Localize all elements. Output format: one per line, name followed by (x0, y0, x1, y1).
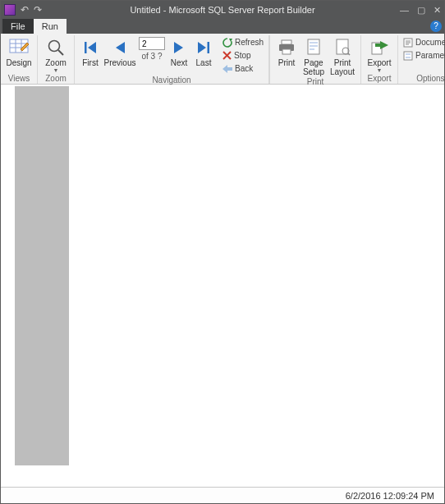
first-label: First (82, 58, 98, 67)
titlebar: ↶ ↷ Untitled - Microsoft SQL Server Repo… (1, 1, 444, 19)
export-icon (370, 37, 388, 58)
previous-icon (113, 37, 126, 58)
group-zoom: Zoom ▼ Zoom (38, 35, 75, 84)
ribbon: Design Views Zoom ▼ Zoom (1, 34, 444, 85)
svg-marker-11 (174, 42, 183, 53)
print-label: Print (278, 58, 296, 67)
document-label: Document (415, 38, 445, 47)
parameters-icon (403, 51, 413, 61)
window-title: Untitled - Microsoft SQL Server Report B… (1, 5, 444, 15)
group-export-label: Export (365, 73, 394, 84)
back-icon (222, 65, 232, 73)
svg-rect-22 (310, 42, 318, 44)
group-options-label: Options (401, 73, 445, 84)
svg-marker-17 (222, 65, 232, 73)
stop-button[interactable]: Stop (221, 49, 265, 62)
maximize-button[interactable]: ▢ (417, 6, 425, 15)
print-icon (278, 37, 296, 58)
next-button[interactable]: Next (167, 35, 191, 67)
report-canvas[interactable] (1, 85, 444, 487)
window-buttons: — ▢ ✕ (400, 1, 441, 19)
minimize-button[interactable]: — (400, 6, 409, 15)
parameters-button[interactable]: Parameters (401, 49, 445, 62)
last-button[interactable]: Last (191, 35, 216, 67)
status-timestamp: 6/2/2016 12:09:24 PM (346, 491, 434, 501)
last-icon (196, 37, 211, 58)
svg-marker-9 (88, 42, 96, 53)
tabstrip: File Run ? (1, 19, 444, 34)
parameters-label: Parameters (415, 51, 445, 60)
svg-marker-12 (198, 42, 206, 53)
first-button[interactable]: First (78, 35, 103, 67)
svg-rect-20 (282, 49, 291, 54)
stop-icon (222, 51, 232, 60)
refresh-icon (222, 38, 232, 48)
report-placeholder (15, 86, 69, 465)
back-button[interactable]: Back (221, 62, 265, 75)
page-setup-label: Page Setup (303, 58, 324, 76)
export-button[interactable]: Export ▼ (365, 35, 394, 73)
svg-rect-36 (406, 57, 411, 58)
group-views: Design Views (1, 35, 38, 84)
svg-rect-23 (310, 45, 318, 47)
refresh-button[interactable]: Refresh (221, 36, 265, 48)
svg-line-7 (58, 50, 63, 55)
close-button[interactable]: ✕ (434, 6, 441, 15)
page-input[interactable] (139, 37, 165, 50)
print-button[interactable]: Print (273, 35, 300, 67)
help-button[interactable]: ? (430, 21, 442, 32)
page-setup-icon (305, 37, 322, 58)
tab-run[interactable]: Run (34, 19, 67, 34)
print-layout-label: Print Layout (330, 58, 355, 76)
group-views-label: Views (4, 73, 34, 84)
svg-rect-35 (406, 53, 411, 55)
previous-button[interactable]: Previous (103, 35, 137, 67)
document-icon (403, 38, 413, 48)
document-map-button[interactable]: Document (401, 36, 445, 48)
svg-line-27 (348, 53, 350, 55)
page-setup-button[interactable]: Page Setup (300, 35, 328, 76)
zoom-icon (47, 37, 65, 58)
quick-access-toolbar: ↶ ↷ (21, 5, 42, 15)
refresh-label: Refresh (235, 38, 264, 47)
zoom-button[interactable]: Zoom ▼ (41, 35, 71, 73)
group-export: Export ▼ Export (361, 35, 398, 84)
first-icon (83, 37, 98, 58)
options-commands: Document Parameters (401, 35, 445, 62)
group-zoom-label: Zoom (41, 73, 71, 84)
design-icon (9, 37, 29, 58)
svg-rect-34 (404, 52, 412, 60)
previous-label: Previous (104, 58, 136, 67)
group-print: Print Page Setup Print Layout Print (270, 35, 361, 84)
svg-point-6 (49, 41, 60, 52)
page-number-box: of 3 ? (139, 37, 165, 61)
tab-file[interactable]: File (2, 19, 34, 34)
group-navigation: First Previous of 3 ? Next (75, 35, 269, 84)
next-icon (172, 37, 186, 58)
page-of-label: of 3 ? (141, 52, 162, 61)
svg-rect-8 (85, 42, 87, 53)
svg-rect-18 (282, 40, 291, 44)
svg-rect-13 (208, 42, 210, 53)
undo-icon[interactable]: ↶ (21, 5, 29, 15)
statusbar: 6/2/2016 12:09:24 PM (1, 487, 444, 503)
export-label: Export (368, 58, 392, 67)
app-window: ↶ ↷ Untitled - Microsoft SQL Server Repo… (0, 0, 445, 504)
design-button[interactable]: Design (4, 35, 34, 67)
back-label: Back (235, 64, 253, 73)
app-icon (4, 4, 16, 16)
print-layout-button[interactable]: Print Layout (328, 35, 357, 76)
next-label: Next (171, 58, 188, 67)
nav-commands: Refresh Stop Back (221, 35, 265, 75)
design-label: Design (6, 58, 31, 67)
redo-icon[interactable]: ↷ (34, 5, 42, 15)
print-layout-icon (334, 37, 351, 58)
svg-marker-10 (116, 42, 125, 53)
last-label: Last (196, 58, 212, 67)
group-options: Document Parameters Options (398, 35, 445, 84)
stop-label: Stop (234, 51, 251, 60)
zoom-label: Zoom (45, 58, 67, 67)
svg-rect-24 (310, 48, 314, 50)
